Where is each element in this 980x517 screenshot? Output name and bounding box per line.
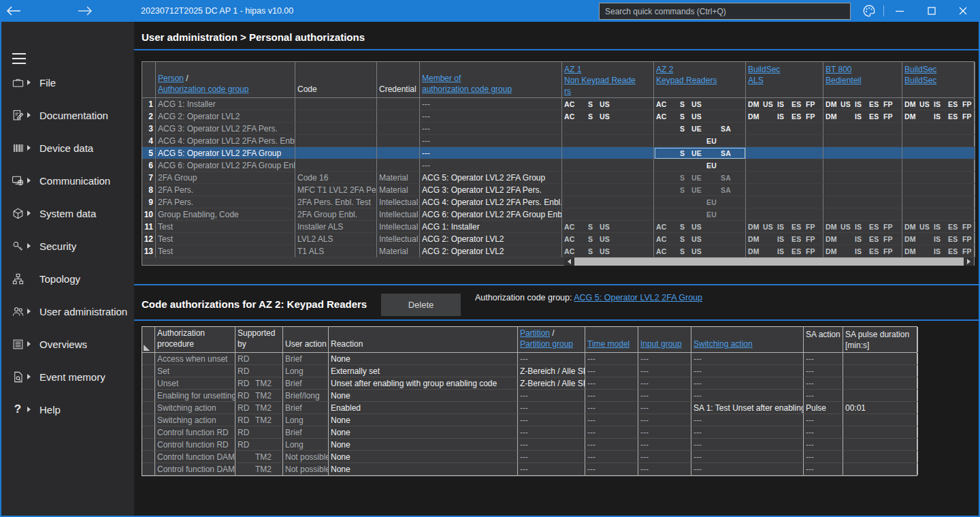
table-row[interactable]: 5ACG 5: Operator LVL2 2FA Group---SUESA [142,147,974,159]
column-header-buildsec-als[interactable]: BuildSecALS [746,62,823,97]
table-row[interactable]: 72FA GroupCode 16MaterialACG 5: Operator… [142,172,974,184]
horizontal-scrollbar[interactable] [564,257,974,266]
sidebar-item-file[interactable]: File [1,71,134,94]
column-header-link[interactable]: Person [158,74,184,83]
column-header-link[interactable]: Bedienteil [826,76,862,85]
column-header-switching-action[interactable]: Switching action [691,327,804,352]
table-row[interactable]: 13TestT1 ALSMaterialACG 2: Operator LVL2… [142,245,974,257]
table-row[interactable]: Control function DAMTM2Not possibleNone-… [142,463,917,475]
table-row[interactable]: 1ACG 1: Installer---ACSUSACSUSDMUSISESFP… [142,98,974,110]
credential-cell [377,135,420,147]
row-selector-cell [142,426,155,439]
column-header-time-model[interactable]: Time model [585,327,638,352]
als-flags-cell: DMUSISESFP [746,221,823,233]
member-of-cell: --- [420,159,562,172]
forward-arrow-icon[interactable] [71,0,99,22]
column-header-link[interactable]: Member of [422,74,461,83]
sidebar-item-user-administration[interactable]: User administration [1,300,134,323]
sidebar-item-help[interactable]: ?Help [1,398,134,421]
column-header-link[interactable]: BT 800 [826,65,851,74]
column-header-buildsec-buildsec[interactable]: BuildSecBuildSec [902,62,975,97]
column-header-link[interactable]: Input group [640,339,682,349]
member-of-cell: ACG 6: Operator LVL2 2FA Group Enbl. [420,208,562,221]
sidebar-item-security[interactable]: Security [1,234,134,257]
table-row[interactable]: 2ACG 2: Operator LVL2---ACSUSACSUSDMISES… [142,110,974,123]
authorization-procedure-cell: Switching action [155,414,235,426]
document-edit-icon [11,108,24,122]
column-header-link[interactable]: BuildSec [904,65,936,74]
member-of-cell: ACG 2: Operator LVL2 [420,233,562,245]
sidebar-item-system-data[interactable]: System data [1,202,134,225]
sidebar-item-event-memory[interactable]: Event memory [1,365,134,388]
column-header-person-authorization-code-group[interactable]: Person /Authorization code group [156,62,295,97]
column-header-az2-keypad-readers[interactable]: AZ 2Keypad Readers [654,62,746,97]
column-header-code: Code [295,62,377,97]
authorization-code-group-link[interactable]: ACG 5: Operator LVL2 2FA Group [574,293,702,302]
column-header-link[interactable]: ALS [748,76,764,85]
column-header-member-of-authorization-code-group[interactable]: Member ofauthorization code group [420,62,562,97]
column-header-link[interactable]: rs [564,87,571,96]
search-input[interactable] [599,3,851,20]
column-header-link[interactable]: Authorization code group [158,84,248,94]
palette-icon[interactable] [855,0,883,22]
table-row[interactable]: 11TestInstaller ALSIntellectualACG 1: In… [142,221,974,233]
sidebar-item-documentation[interactable]: Documentation [1,104,134,127]
sidebar-item-label: File [39,77,56,89]
back-arrow-icon[interactable] [0,0,27,22]
close-icon[interactable] [949,0,977,22]
column-header-link[interactable]: Switching action [693,339,753,349]
sidebar-item-communication[interactable]: Communication [1,169,134,192]
als-flags-cell [746,123,823,135]
column-header-link[interactable]: Keypad Readers [656,76,717,85]
authorization-procedure-cell: Switching action [155,402,235,414]
table-row[interactable]: 4ACG 4: Operator LVL2 2FA Pers. Enbl.---… [142,135,974,147]
column-header-bt800-bedienteil[interactable]: BT 800Bedienteil [823,62,902,97]
credential-cell [377,147,420,159]
switching-action-cell: --- [691,426,804,439]
table-row[interactable]: 10Group Enabling, Code2FA Group Enbl.Int… [142,208,974,221]
table-row[interactable]: Switching actionRDTM2BriefEnabled-------… [142,402,917,414]
sidebar-item-device-data[interactable]: Device data [1,136,134,159]
scrollbar-thumb[interactable] [574,257,964,266]
sidebar-item-overviews[interactable]: Overviews [1,332,134,356]
column-header-link[interactable]: Time model [587,339,630,349]
table-row[interactable]: SetRDLongExternally setZ-Bereich / Alle … [142,365,917,377]
column-header-link[interactable]: Non Keypad Reade [564,76,636,85]
scroll-left-button[interactable] [564,257,574,266]
table-row[interactable]: Control function RDRDBriefNone----------… [142,426,917,439]
column-header-partition-partition-group[interactable]: Partition /Partition group [518,327,585,352]
buildsec-flags-cell: DMISESFP [902,233,975,245]
table-row[interactable]: UnsetRDTM2BriefUnset after enabling with… [142,377,917,390]
chevron-right-icon [27,374,35,379]
table-row[interactable]: 6ACG 6: Operator LVL2 2FA Group Enbl.---… [142,159,974,172]
buildsec-flags-cell [902,135,975,147]
table-row[interactable]: Control function DAMTM2Not possibleNone-… [142,451,917,463]
table-row[interactable]: 92FA Pers.2FA Pers. Enbl. TestIntellectu… [142,196,974,208]
user-action-cell: Not possible [283,463,329,475]
buildsec-flags-cell [902,172,975,184]
column-header-link[interactable]: AZ 1 [564,65,581,74]
column-header-link[interactable]: authorization code group [422,84,512,94]
column-header-az1-non-keypad-readers[interactable]: AZ 1Non Keypad Readers [562,62,654,97]
maximize-icon[interactable] [918,0,945,22]
column-header-input-group[interactable]: Input group [638,327,691,352]
column-header-link[interactable]: BuildSec [904,76,936,85]
table-row[interactable]: Access when unsetRDBriefNone------------… [142,353,917,365]
table-row[interactable]: 3ACG 3: Operator LVL2 2FA Pers.---SUESA [142,123,974,135]
scroll-right-button[interactable] [964,257,974,266]
minimize-icon[interactable] [886,0,913,22]
column-header-link[interactable]: Partition group [520,339,573,349]
column-header-link[interactable]: AZ 2 [656,65,673,74]
table-row[interactable]: Enabling for unsettingRDTM2Brief/longNon… [142,390,917,402]
hamburger-menu-icon[interactable] [12,53,27,65]
sidebar-item-topology[interactable]: Topology [1,267,134,290]
table-row[interactable]: 12TestLVL2 ALSIntellectualACG 2: Operato… [142,233,974,245]
delete-button[interactable]: Delete [381,294,461,316]
table-row[interactable]: Switching actionRDTM2LongNone-----------… [142,414,917,426]
sidebar-item-label: Help [39,404,61,416]
column-header-link[interactable]: Partition [520,328,550,338]
az2-flags-cell: SUESA [654,172,746,184]
table-row[interactable]: Control function RDRDLongNone-----------… [142,439,917,451]
table-row[interactable]: 82FA Pers.MFC T1 LVL2 2FA Pers.MaterialA… [142,184,974,196]
column-header-link[interactable]: BuildSec [748,65,780,74]
